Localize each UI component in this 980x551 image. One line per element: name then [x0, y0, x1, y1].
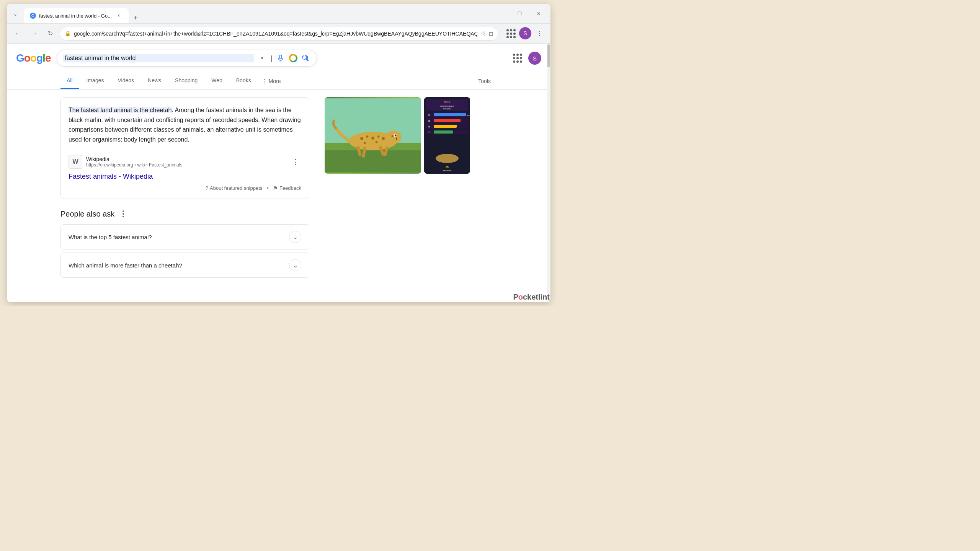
google-apps-grid-icon: [513, 54, 522, 63]
tab-books[interactable]: Books: [230, 73, 257, 89]
featured-snippet: The fastest land animal is the cheetah. …: [60, 97, 309, 199]
logo-letter-e: e: [45, 52, 51, 64]
svg-point-11: [364, 142, 366, 144]
active-tab[interactable]: G fastest animal in the world - Go... ×: [24, 8, 129, 23]
reload-button[interactable]: ↻: [44, 27, 57, 40]
feedback-icon: ⚑: [273, 185, 278, 191]
wikipedia-link[interactable]: Fastest animals - Wikipedia: [69, 173, 301, 181]
scrollbar-thumb[interactable]: [547, 44, 550, 67]
tab-shopping[interactable]: Shopping: [169, 73, 204, 89]
svg-text:IN THE WORLD: IN THE WORLD: [443, 108, 452, 110]
paa-item-2: Which animal is more faster than a cheet…: [60, 253, 309, 278]
more-dots-icon: ⋮: [262, 78, 267, 84]
svg-point-7: [366, 135, 369, 138]
cheetah-image-main[interactable]: [325, 97, 421, 174]
voice-search-button[interactable]: [277, 54, 284, 62]
close-icon: ×: [118, 13, 120, 18]
three-dots-icon: [122, 210, 124, 217]
source-info: W Wikipedia https://en.wikipedia.org › w…: [69, 150, 301, 169]
address-bar[interactable]: 🔒 ☆ ⊡: [60, 27, 498, 41]
svg-point-13: [385, 130, 402, 144]
logo-letter-g2: g: [36, 52, 42, 64]
feedback-button[interactable]: ⚑ Feedback: [273, 185, 301, 191]
tab-news[interactable]: News: [142, 73, 167, 89]
snippet-highlighted-text: The fastest land animal is the cheetah: [69, 107, 172, 113]
maximize-icon: ❐: [518, 11, 522, 16]
source-name: Wikipedia: [86, 156, 286, 162]
bookmark-star-icon[interactable]: ☆: [480, 30, 486, 37]
logo-letter-g: G: [16, 52, 24, 64]
address-input[interactable]: [74, 31, 477, 37]
svg-point-6: [360, 137, 363, 140]
people-also-ask-section: People also ask What is the top 5 fastes…: [60, 208, 309, 278]
paa-title: People also ask: [60, 210, 114, 218]
svg-point-8: [371, 137, 374, 140]
browser-menu-button[interactable]: ⋮: [533, 27, 546, 40]
paa-item-1: What is the top 5 fastest animal? ⌄: [60, 224, 309, 249]
search-clear-button[interactable]: ×: [258, 54, 266, 62]
search-submit-button[interactable]: [302, 54, 310, 62]
nav-actions: S ⋮: [505, 27, 546, 40]
svg-rect-3: [325, 147, 421, 173]
apps-button[interactable]: [505, 27, 518, 40]
minimize-icon: —: [498, 11, 503, 16]
paa-chevron-2: ⌄: [289, 259, 301, 271]
tab-images[interactable]: Images: [80, 73, 110, 89]
google-profile-avatar[interactable]: S: [528, 52, 541, 65]
tabs-container: G fastest animal in the world - Go... × …: [24, 4, 492, 23]
google-logo[interactable]: Google: [16, 52, 51, 64]
svg-text:25: 25: [446, 166, 449, 168]
apps-grid-icon: [506, 29, 516, 38]
results-column: The fastest land animal is the cheetah. …: [60, 97, 309, 281]
forward-button[interactable]: →: [28, 27, 41, 40]
svg-text:55: 55: [428, 131, 430, 134]
about-featured-snippets-button[interactable]: ? About featured snippets: [206, 185, 263, 191]
svg-point-41: [436, 154, 459, 163]
lens-search-button[interactable]: [289, 54, 297, 62]
search-input[interactable]: [63, 54, 253, 62]
extensions-icon[interactable]: ⊡: [489, 31, 493, 37]
svg-point-10: [382, 137, 385, 140]
close-window-button[interactable]: ✕: [530, 8, 547, 20]
svg-point-9: [377, 135, 380, 138]
cheetah-infographic-image[interactable]: TOP 10 FASTEST ANIMALS IN THE WORLD 90 m…: [424, 97, 470, 174]
navigation-bar: ← → ↻ 🔒 ☆ ⊡ S ⋮: [7, 24, 550, 44]
tools-button[interactable]: Tools: [472, 73, 497, 89]
tab-web[interactable]: Web: [205, 73, 229, 89]
menu-dots-icon: ⋮: [536, 30, 542, 37]
paa-menu-button[interactable]: [118, 208, 129, 220]
tab-videos[interactable]: Videos: [111, 73, 140, 89]
svg-point-12: [376, 141, 378, 143]
pocketlint-o: o: [518, 293, 523, 301]
tab-controls: ⌄: [10, 8, 21, 19]
source-url: https://en.wikipedia.org › wiki › Fastes…: [86, 162, 286, 168]
chevron-icon-1: ⌄: [293, 233, 298, 241]
minimize-button[interactable]: —: [492, 8, 509, 20]
browser-profile-avatar[interactable]: S: [519, 27, 531, 39]
google-apps-button[interactable]: [511, 52, 524, 64]
chevron-icon-2: ⌄: [293, 262, 298, 269]
more-tabs-button[interactable]: ⋮ More: [259, 73, 284, 89]
source-details: Wikipedia https://en.wikipedia.org › wik…: [86, 156, 286, 168]
svg-text:mph: mph: [467, 114, 470, 116]
back-button[interactable]: ←: [11, 27, 24, 40]
svg-text:TOP 10: TOP 10: [444, 101, 450, 103]
svg-text:90: 90: [428, 114, 430, 116]
new-tab-button[interactable]: +: [130, 13, 141, 23]
reload-icon: ↻: [48, 30, 53, 37]
tab-title: fastest animal in the world - Go...: [39, 13, 112, 19]
maximize-button[interactable]: ❐: [511, 8, 528, 20]
tab-close-button[interactable]: ×: [115, 12, 122, 20]
paa-question-1[interactable]: What is the top 5 fastest animal? ⌄: [61, 225, 309, 249]
header-right: S: [511, 52, 541, 65]
logo-letter-o1: o: [24, 52, 30, 64]
tab-dropdown-button[interactable]: ⌄: [10, 8, 21, 19]
svg-text:75: 75: [428, 120, 430, 122]
page-scrollbar[interactable]: [547, 44, 550, 302]
svg-text:FASTEST ANIMALS: FASTEST ANIMALS: [440, 105, 454, 107]
tab-all[interactable]: All: [60, 73, 79, 89]
search-box[interactable]: × |: [57, 50, 317, 67]
svg-point-17: [395, 135, 397, 137]
source-menu-button[interactable]: ⋮: [290, 156, 301, 168]
paa-question-2[interactable]: Which animal is more faster than a cheet…: [61, 253, 309, 277]
